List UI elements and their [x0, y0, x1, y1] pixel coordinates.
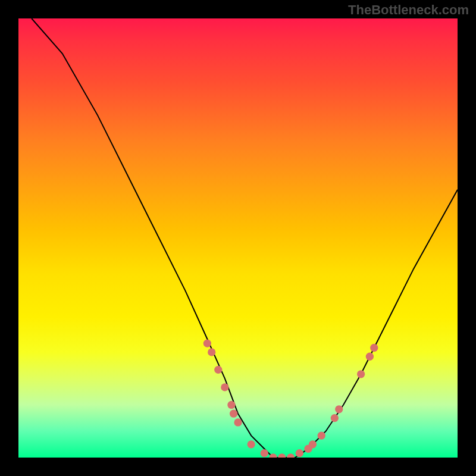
data-point	[214, 366, 222, 374]
data-point	[247, 440, 255, 448]
plot-area	[18, 18, 458, 458]
data-point-markers	[203, 339, 378, 458]
data-point	[230, 410, 237, 418]
curve-svg	[18, 18, 458, 458]
watermark-text: TheBottleneck.com	[348, 2, 469, 18]
data-point	[234, 418, 242, 426]
data-point	[203, 339, 211, 347]
data-point	[287, 453, 295, 458]
data-point	[309, 440, 317, 448]
data-point	[331, 414, 339, 422]
data-point	[208, 348, 215, 356]
data-point	[221, 383, 228, 391]
data-point	[296, 449, 303, 457]
data-point	[227, 401, 235, 409]
bottleneck-curve	[32, 18, 458, 458]
data-point	[318, 431, 325, 439]
chart-container: TheBottleneck.com	[0, 0, 476, 476]
data-point	[366, 353, 374, 361]
data-point	[335, 405, 343, 413]
data-point	[370, 344, 378, 352]
data-point	[357, 370, 365, 378]
data-point	[278, 453, 286, 458]
data-point	[261, 449, 268, 457]
